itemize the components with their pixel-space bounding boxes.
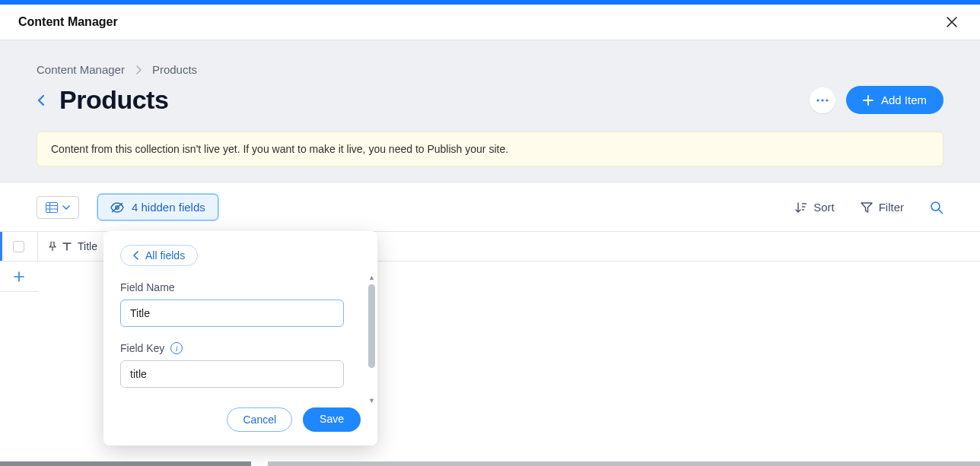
info-icon[interactable]: i bbox=[170, 342, 183, 354]
select-all-cell[interactable] bbox=[0, 232, 38, 261]
search-button[interactable] bbox=[930, 201, 943, 214]
field-name-input[interactable] bbox=[120, 300, 344, 327]
scroll-up-icon[interactable]: ▲ bbox=[368, 274, 375, 281]
chevron-right-icon bbox=[135, 65, 142, 74]
filter-label: Filter bbox=[879, 201, 904, 214]
breadcrumb: Content Manager Products bbox=[37, 63, 943, 76]
view-mode-toggle[interactable] bbox=[37, 196, 79, 219]
back-icon[interactable] bbox=[37, 94, 46, 107]
heading-row: Products Add Item bbox=[37, 85, 943, 115]
svg-point-1 bbox=[821, 99, 823, 101]
field-key-input[interactable] bbox=[120, 360, 344, 388]
app-title: Content Manager bbox=[18, 15, 118, 29]
all-fields-label: All fields bbox=[145, 249, 185, 262]
eye-off-icon bbox=[110, 202, 124, 213]
hidden-fields-label: 4 hidden fields bbox=[132, 201, 205, 214]
decorative-shadow bbox=[268, 461, 980, 466]
field-key-label: Field Key bbox=[120, 342, 164, 354]
sort-icon bbox=[795, 201, 807, 214]
cancel-button[interactable]: Cancel bbox=[227, 407, 292, 432]
checkbox-icon bbox=[13, 241, 24, 252]
pin-icon bbox=[49, 242, 56, 251]
sort-label: Sort bbox=[813, 201, 835, 214]
breadcrumb-current[interactable]: Products bbox=[152, 63, 197, 76]
filter-icon bbox=[861, 202, 873, 213]
scrollbar-thumb[interactable] bbox=[368, 284, 375, 368]
sort-button[interactable]: Sort bbox=[795, 201, 835, 214]
title-bar: Content Manager bbox=[0, 5, 980, 40]
page-title: Products bbox=[59, 85, 168, 115]
decorative-shadow bbox=[0, 461, 251, 466]
chevron-left-icon bbox=[133, 251, 139, 260]
page-header: Content Manager Products Products Add It… bbox=[0, 40, 980, 183]
plus-icon bbox=[863, 95, 873, 106]
chevron-down-icon bbox=[62, 205, 70, 210]
svg-point-12 bbox=[931, 202, 940, 211]
field-settings-popover: All fields ▲ ▼ Field Name Field Key i Ca… bbox=[103, 231, 377, 445]
breadcrumb-root[interactable]: Content Manager bbox=[37, 63, 125, 76]
table-icon bbox=[46, 202, 58, 213]
field-name-label: Field Name bbox=[120, 281, 361, 293]
all-fields-back-button[interactable]: All fields bbox=[120, 245, 198, 266]
scroll-down-icon[interactable]: ▼ bbox=[368, 397, 375, 404]
more-actions-button[interactable] bbox=[810, 87, 835, 113]
close-icon[interactable] bbox=[942, 14, 962, 30]
hidden-fields-button[interactable]: 4 hidden fields bbox=[97, 194, 218, 220]
svg-point-0 bbox=[816, 99, 819, 101]
notice-text: Content from this collection isn't live … bbox=[51, 143, 508, 155]
popover-footer: Cancel Save bbox=[103, 397, 377, 445]
text-type-icon bbox=[62, 242, 72, 251]
svg-point-2 bbox=[826, 99, 828, 101]
save-button[interactable]: Save bbox=[303, 407, 361, 432]
publish-notice-banner: Content from this collection isn't live … bbox=[37, 132, 943, 166]
column-title-label: Title bbox=[78, 240, 97, 252]
collection-toolbar: 4 hidden fields Sort Filter bbox=[0, 183, 980, 231]
add-item-button[interactable]: Add Item bbox=[846, 86, 943, 114]
add-row-button[interactable] bbox=[0, 262, 38, 292]
add-item-label: Add Item bbox=[881, 94, 927, 106]
svg-line-13 bbox=[939, 210, 943, 214]
svg-rect-3 bbox=[46, 202, 58, 212]
filter-button[interactable]: Filter bbox=[861, 201, 904, 214]
